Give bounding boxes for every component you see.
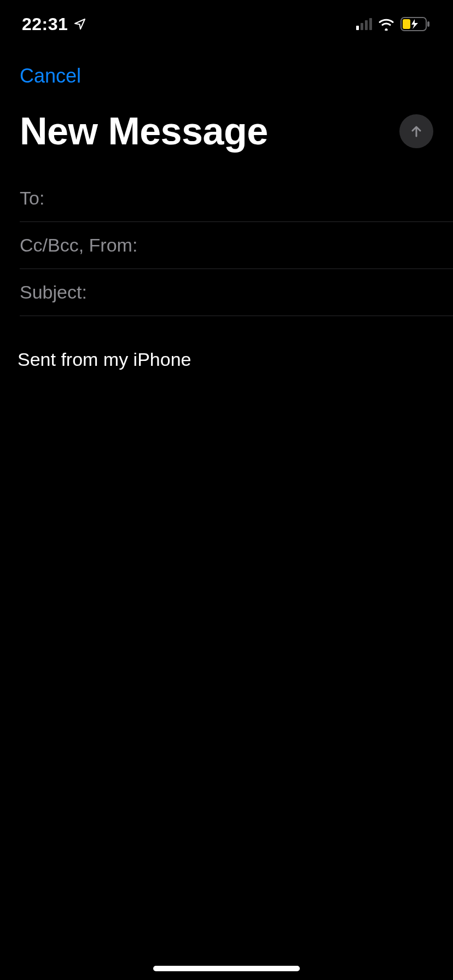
home-indicator[interactable] — [153, 966, 300, 971]
location-icon — [73, 18, 86, 31]
cc-bcc-from-label: Cc/Bcc, From: — [20, 235, 137, 256]
status-bar: 22:31 — [0, 0, 453, 48]
to-label: To: — [20, 188, 44, 209]
status-time: 22:31 — [22, 14, 68, 34]
svg-rect-1 — [427, 21, 429, 27]
cc-bcc-from-input[interactable] — [142, 222, 453, 269]
message-body-area[interactable]: Sent from my iPhone — [0, 316, 453, 370]
title-row: New Message — [0, 88, 453, 175]
svg-rect-2 — [403, 19, 410, 29]
cellular-signal-icon — [356, 18, 372, 30]
subject-field-row[interactable]: Subject: — [20, 269, 453, 316]
to-field-row[interactable]: To: — [20, 175, 453, 222]
signature-text: Sent from my iPhone — [18, 349, 433, 370]
battery-charging-icon — [400, 17, 431, 31]
fields: To: Cc/Bcc, From: Subject: — [0, 175, 453, 316]
page-title: New Message — [20, 109, 268, 153]
status-right — [356, 17, 431, 31]
cc-bcc-from-field-row[interactable]: Cc/Bcc, From: — [20, 222, 453, 269]
subject-input[interactable] — [91, 269, 453, 316]
wifi-icon — [378, 18, 395, 31]
arrow-up-icon — [408, 123, 425, 139]
send-button[interactable] — [399, 114, 433, 148]
subject-label: Subject: — [20, 282, 87, 303]
cancel-button[interactable]: Cancel — [20, 65, 81, 88]
to-input[interactable] — [49, 175, 453, 221]
nav-bar: Cancel — [0, 48, 453, 88]
status-left: 22:31 — [22, 14, 86, 34]
